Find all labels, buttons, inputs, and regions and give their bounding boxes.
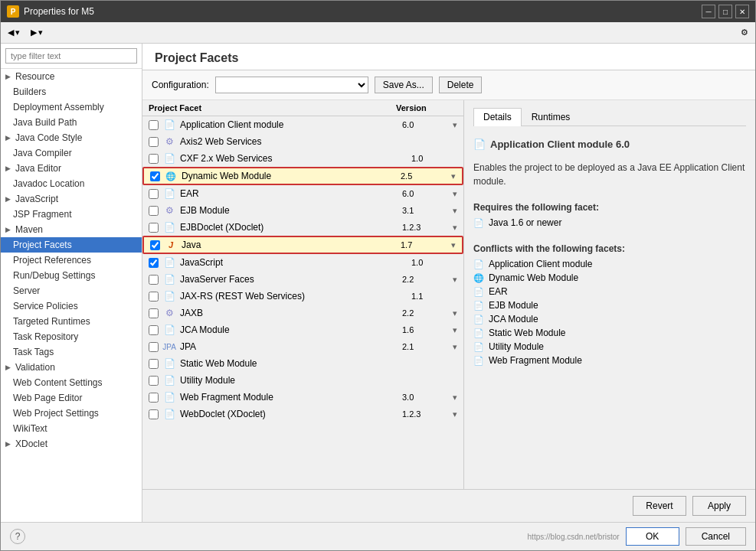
tab-runtimes[interactable]: Runtimes (522, 108, 581, 126)
sidebar-item-validation[interactable]: ▶ Validation (1, 360, 142, 375)
save-as-button[interactable]: Save As... (375, 77, 433, 93)
doc-icon: 📄 (163, 221, 175, 233)
sidebar-item-run-debug-settings[interactable]: Run/Debug Settings (1, 268, 142, 283)
sidebar-item-resource[interactable]: ▶ Resource (1, 69, 142, 84)
delete-button[interactable]: Delete (439, 77, 483, 93)
facet-name: Dynamic Web Module (182, 171, 396, 181)
facet-row-dynamic-web[interactable]: 🌐 Dynamic Web Module 2.5 ▾ (142, 167, 463, 185)
facet-checkbox-web-fragment[interactable] (149, 393, 159, 403)
facet-row-jpa[interactable]: JPA JPA 2.1 ▾ (142, 338, 463, 355)
sidebar-item-project-references[interactable]: Project References (1, 253, 142, 268)
title-bar-left: P Properties for M5 (7, 5, 94, 18)
inner-content: Configuration: Save As... Delete Project… (142, 70, 755, 522)
facet-row-axis2[interactable]: ⚙ Axis2 Web Services (142, 133, 463, 150)
facet-row-web-fragment[interactable]: 📄 Web Fragment Module 3.0 ▾ (142, 389, 463, 406)
dropdown-icon[interactable]: ▾ (451, 171, 456, 181)
facet-row-jax-rs[interactable]: 📄 JAX-RS (REST Web Services) 1.1 (142, 288, 463, 305)
facet-row-utility[interactable]: 📄 Utility Module (142, 372, 463, 389)
sidebar-item-java-compiler[interactable]: Java Compiler (1, 145, 142, 161)
facet-checkbox-javascript[interactable] (149, 258, 159, 268)
facet-checkbox-ear[interactable] (149, 189, 159, 199)
facet-checkbox-dynamic-web[interactable] (150, 171, 160, 181)
facet-row-jca[interactable]: 📄 JCA Module 1.6 ▾ (142, 321, 463, 338)
facet-row-javascript[interactable]: 📄 JavaScript 1.0 (142, 254, 463, 271)
sidebar-item-web-page-editor[interactable]: Web Page Editor (1, 390, 142, 406)
sidebar-item-project-facets[interactable]: Project Facets (1, 237, 142, 253)
facet-checkbox-jsf[interactable] (149, 275, 159, 285)
facet-checkbox-app-client[interactable] (149, 120, 159, 130)
facet-row-java[interactable]: J Java 1.7 ▾ (142, 236, 463, 254)
facet-row-static-web[interactable]: 📄 Static Web Module (142, 355, 463, 372)
facet-row-ejbdoclet[interactable]: 📄 EJBDoclet (XDoclet) 1.2.3 ▾ (142, 219, 463, 236)
back-button[interactable]: ◀ ▾ (4, 25, 24, 40)
sidebar-item-xdoclet[interactable]: ▶ XDoclet (1, 436, 142, 452)
facet-row-ear[interactable]: 📄 EAR 6.0 ▾ (142, 185, 463, 202)
facet-row-app-client[interactable]: 📄 Application Client module 6.0 ▾ (142, 116, 463, 133)
forward-button[interactable]: ▶ ▾ (27, 25, 47, 40)
dropdown-icon[interactable]: ▾ (453, 308, 457, 318)
search-input[interactable] (5, 48, 137, 64)
sidebar-item-label: Service Policies (13, 301, 78, 311)
facet-checkbox-java[interactable] (150, 240, 160, 250)
minimize-button[interactable]: ─ (702, 5, 715, 18)
sidebar-item-task-tags[interactable]: Task Tags (1, 344, 142, 360)
sidebar-item-maven[interactable]: ▶ Maven (1, 222, 142, 237)
facet-checkbox-ejb[interactable] (149, 206, 159, 216)
help-button[interactable]: ? (10, 529, 25, 544)
facet-checkbox-static-web[interactable] (149, 359, 159, 369)
facet-checkbox-jaxb[interactable] (149, 308, 159, 318)
facet-checkbox-jpa[interactable] (149, 342, 159, 352)
sidebar-item-task-repository[interactable]: Task Repository (1, 329, 142, 344)
facet-checkbox-jax-rs[interactable] (149, 292, 159, 302)
config-select[interactable] (215, 77, 368, 93)
sidebar-item-service-policies[interactable]: Service Policies (1, 298, 142, 314)
facet-checkbox-utility[interactable] (149, 376, 159, 386)
doc-icon: 📄 (163, 119, 175, 131)
facet-checkbox-axis2[interactable] (149, 137, 159, 147)
close-button[interactable]: ✕ (735, 5, 749, 18)
maximize-button[interactable]: □ (718, 5, 732, 18)
dropdown-icon[interactable]: ▾ (453, 393, 457, 403)
apply-button[interactable]: Apply (692, 496, 746, 516)
facet-row-ejb[interactable]: ⚙ EJB Module 3.1 ▾ (142, 202, 463, 219)
facet-row-cxf[interactable]: 📄 CXF 2.x Web Services 1.0 (142, 150, 463, 167)
gear-icon: ⚙ (163, 307, 175, 319)
sidebar-item-java-code-style[interactable]: ▶ Java Code Style (1, 130, 142, 145)
facet-row-jaxb[interactable]: ⚙ JAXB 2.2 ▾ (142, 305, 463, 321)
ok-button[interactable]: OK (626, 527, 679, 546)
sidebar-item-javadoc-location[interactable]: Javadoc Location (1, 176, 142, 191)
sidebar-item-server[interactable]: Server (1, 283, 142, 298)
dropdown-icon[interactable]: ▾ (453, 189, 457, 199)
dropdown-icon[interactable]: ▾ (453, 325, 457, 335)
sidebar-item-deployment-assembly[interactable]: Deployment Assembly (1, 99, 142, 115)
dropdown-icon[interactable]: ▾ (453, 120, 457, 130)
sidebar-item-javascript[interactable]: ▶ JavaScript (1, 191, 142, 207)
revert-button[interactable]: Revert (633, 496, 686, 516)
facets-area: Project Facet Version 📄 Application Clie… (142, 100, 755, 489)
dropdown-icon[interactable]: ▾ (453, 223, 457, 233)
facet-checkbox-jca[interactable] (149, 325, 159, 335)
doc-icon: 📄 (163, 290, 175, 302)
sidebar-item-web-content-settings[interactable]: Web Content Settings (1, 375, 142, 390)
dropdown-icon[interactable]: ▾ (453, 342, 457, 352)
sidebar-item-builders[interactable]: Builders (1, 84, 142, 99)
sidebar-item-jsp-fragment[interactable]: JSP Fragment (1, 207, 142, 222)
settings-button[interactable]: ⚙ (737, 25, 752, 40)
facet-checkbox-webdoclet[interactable] (149, 409, 159, 419)
dropdown-icon[interactable]: ▾ (451, 240, 456, 250)
dropdown-icon[interactable]: ▾ (453, 275, 457, 285)
facet-name: CXF 2.x Web Services (180, 153, 407, 164)
facet-checkbox-cxf[interactable] (149, 154, 159, 164)
sidebar-item-java-build-path[interactable]: Java Build Path (1, 115, 142, 130)
cancel-button[interactable]: Cancel (686, 527, 746, 546)
dropdown-icon[interactable]: ▾ (453, 206, 457, 216)
facet-row-jsf[interactable]: 📄 JavaServer Faces 2.2 ▾ (142, 271, 463, 288)
sidebar-item-web-project-settings[interactable]: Web Project Settings (1, 406, 142, 421)
dropdown-icon[interactable]: ▾ (453, 409, 457, 419)
facet-row-webdoclet[interactable]: 📄 WebDoclet (XDoclet) 1.2.3 ▾ (142, 406, 463, 422)
sidebar-item-wikitext[interactable]: WikiText (1, 421, 142, 436)
tab-details[interactable]: Details (473, 108, 522, 126)
sidebar-item-targeted-runtimes[interactable]: Targeted Runtimes (1, 314, 142, 329)
sidebar-item-java-editor[interactable]: ▶ Java Editor (1, 161, 142, 176)
facet-checkbox-ejbdoclet[interactable] (149, 223, 159, 233)
